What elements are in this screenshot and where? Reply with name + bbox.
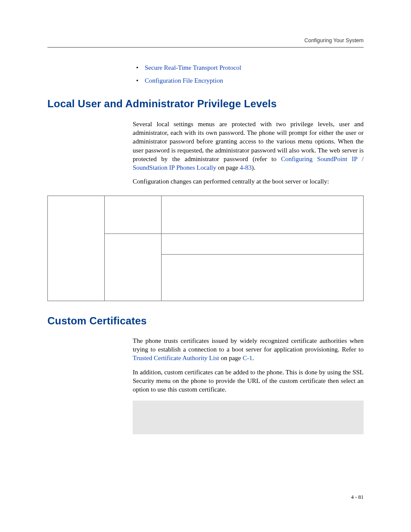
text-run: on page [216, 164, 240, 171]
table-cell [162, 254, 364, 301]
page-ref-c-1[interactable]: C-1 [243, 355, 252, 361]
paragraph: Configuration changes can performed cent… [133, 177, 364, 186]
text-run: on page [219, 355, 243, 361]
link-trusted-ca-list[interactable]: Trusted Certificate Authority List [133, 355, 219, 361]
link-config-file-encryption[interactable]: Configuration File Encryption [145, 77, 223, 84]
text-run: The phone trusts certificates issued by … [133, 337, 364, 353]
header-divider [47, 47, 364, 48]
section-heading-custom-certificates: Custom Certificates [47, 314, 364, 328]
paragraph: In addition, custom certificates can be … [133, 368, 364, 394]
running-header: Configuring Your System [47, 37, 364, 44]
table-cell [162, 233, 364, 254]
list-item: Secure Real-Time Transport Protocol [136, 63, 364, 72]
link-srtp[interactable]: Secure Real-Time Transport Protocol [145, 64, 241, 71]
table-cell [48, 196, 105, 301]
table-cell [162, 196, 364, 233]
document-page: Configuring Your System Secure Real-Time… [0, 0, 411, 532]
body-block: Several local settings menus are protect… [133, 120, 364, 186]
link-bullet-list: Secure Real-Time Transport Protocol Conf… [136, 63, 364, 85]
paragraph: Several local settings menus are protect… [133, 120, 364, 172]
table-row [48, 196, 364, 233]
config-table [47, 196, 364, 301]
table-cell [105, 233, 162, 301]
page-number: 4 - 81 [351, 494, 364, 501]
body-block: The phone trusts certificates issued by … [133, 336, 364, 394]
section-heading-privilege-levels: Local User and Administrator Privilege L… [47, 97, 364, 111]
note-box [133, 401, 364, 434]
paragraph: The phone trusts certificates issued by … [133, 336, 364, 363]
text-run: ). [252, 164, 255, 171]
table-cell [105, 196, 162, 233]
text-run: . [252, 355, 254, 361]
list-item: Configuration File Encryption [136, 76, 364, 85]
page-ref-4-83[interactable]: 4-83 [240, 164, 252, 171]
